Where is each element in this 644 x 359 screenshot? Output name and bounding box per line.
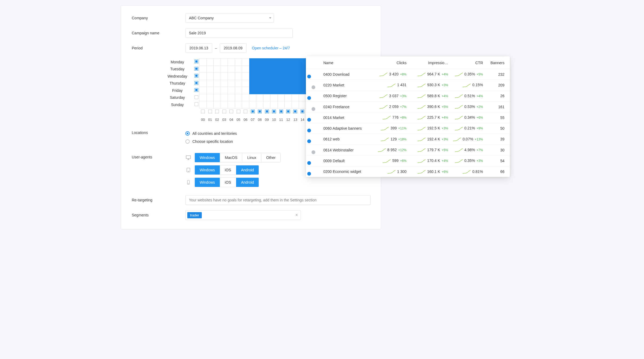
scheduler-cell[interactable]	[199, 87, 206, 94]
scheduler-cell[interactable]	[285, 101, 292, 108]
scheduler-cell[interactable]	[235, 59, 242, 66]
scheduler-day-checkbox[interactable]	[195, 95, 198, 99]
scheduler-cell[interactable]	[235, 66, 242, 73]
scheduler-cell[interactable]	[292, 73, 299, 80]
segments-input[interactable]: trader ×	[185, 210, 301, 220]
scheduler-cell[interactable]	[277, 73, 284, 80]
scheduler-hour-checkbox[interactable]	[258, 110, 262, 113]
scheduler-cell[interactable]	[263, 101, 270, 108]
scheduler-cell[interactable]	[206, 87, 213, 94]
row-name[interactable]: 0240 Freelance	[323, 105, 372, 109]
scheduler-cell[interactable]	[292, 80, 299, 87]
scheduler-cell[interactable]	[242, 73, 249, 80]
scheduler-hour-checkbox[interactable]	[301, 110, 304, 113]
period-from-input[interactable]	[185, 43, 212, 53]
scheduler-hour-checkbox[interactable]	[272, 110, 276, 113]
report-header-name[interactable]: Name	[323, 61, 372, 65]
scheduler-cell[interactable]	[221, 80, 228, 87]
scheduler-hour-checkbox[interactable]	[251, 110, 255, 113]
scheduler-cell[interactable]	[199, 59, 206, 66]
scheduler-cell[interactable]	[270, 87, 277, 94]
scheduler-cell[interactable]	[242, 101, 249, 108]
open-scheduler-link[interactable]: Open scheduler – 24/7	[252, 46, 290, 50]
scheduler-cell[interactable]	[214, 66, 221, 73]
scheduler-cell[interactable]	[299, 80, 306, 87]
scheduler-cell[interactable]	[242, 66, 249, 73]
company-select-input[interactable]	[185, 13, 274, 23]
scheduler-cell[interactable]	[270, 59, 277, 66]
scheduler-cell[interactable]	[256, 101, 263, 108]
scheduler-cell[interactable]	[235, 87, 242, 94]
scheduler-cell[interactable]	[214, 73, 221, 80]
scheduler-cell[interactable]	[270, 94, 277, 101]
scheduler-cell[interactable]	[221, 87, 228, 94]
scheduler-cell[interactable]	[206, 66, 213, 73]
scheduler-cell[interactable]	[221, 94, 228, 101]
scheduler-cell[interactable]	[249, 80, 256, 87]
row-name[interactable]: 0200 Economic widget	[323, 169, 372, 174]
scheduler-hour-checkbox[interactable]	[222, 110, 226, 113]
row-name[interactable]: 0014 Market	[323, 115, 372, 120]
scheduler-cell[interactable]	[242, 87, 249, 94]
ua-tablet-android-button[interactable]: Android	[236, 165, 259, 175]
scheduler-cell[interactable]	[256, 94, 263, 101]
scheduler-cell[interactable]	[235, 101, 242, 108]
scheduler-cell[interactable]	[228, 94, 235, 101]
scheduler-cell[interactable]	[228, 87, 235, 94]
scheduler-cell[interactable]	[249, 101, 256, 108]
scheduler-cell[interactable]	[214, 94, 221, 101]
segment-tag[interactable]: trader	[187, 212, 202, 218]
row-name[interactable]: 0009 Default	[323, 159, 372, 163]
scheduler-cell[interactable]	[263, 87, 270, 94]
scheduler-cell[interactable]	[263, 73, 270, 80]
scheduler-cell[interactable]	[206, 94, 213, 101]
scheduler-cell[interactable]	[299, 101, 306, 108]
scheduler-cell[interactable]	[214, 59, 221, 66]
ua-mobile-ios-button[interactable]: iOS	[220, 178, 236, 187]
scheduler-cell[interactable]	[228, 73, 235, 80]
report-header-ctr[interactable]: CTR	[448, 61, 483, 65]
scheduler-day-checkbox[interactable]	[195, 60, 198, 63]
scheduler-cell[interactable]	[299, 66, 306, 73]
scheduler-cell[interactable]	[242, 59, 249, 66]
company-select[interactable]	[185, 13, 274, 23]
scheduler-cell[interactable]	[235, 73, 242, 80]
scheduler-cell[interactable]	[277, 87, 284, 94]
scheduler-cell[interactable]	[214, 87, 221, 94]
scheduler-cell[interactable]	[270, 101, 277, 108]
period-to-input[interactable]	[220, 43, 247, 53]
retargeting-input[interactable]	[185, 195, 371, 205]
scheduler-cell[interactable]	[292, 87, 299, 94]
ua-desktop-other-button[interactable]: Other	[261, 153, 280, 162]
ua-tablet-windows-button[interactable]: Windows	[195, 165, 220, 175]
scheduler-hour-checkbox[interactable]	[293, 110, 297, 113]
scheduler-cell[interactable]	[221, 66, 228, 73]
ua-desktop-linux-button[interactable]: Linux	[242, 153, 261, 162]
scheduler-cell[interactable]	[263, 80, 270, 87]
scheduler-cell[interactable]	[256, 87, 263, 94]
ua-mobile-windows-button[interactable]: Windows	[195, 178, 220, 187]
scheduler-cell[interactable]	[299, 94, 306, 101]
scheduler-cell[interactable]	[249, 59, 256, 66]
ua-desktop-windows-button[interactable]: Windows	[195, 153, 220, 162]
scheduler-cell[interactable]	[292, 101, 299, 108]
scheduler-cell[interactable]	[285, 66, 292, 73]
scheduler-cell[interactable]	[249, 87, 256, 94]
scheduler-cell[interactable]	[221, 101, 228, 108]
scheduler-cell[interactable]	[235, 80, 242, 87]
scheduler-cell[interactable]	[221, 73, 228, 80]
row-name[interactable]: 0060 Adaptive banners	[323, 126, 372, 130]
scheduler-hour-checkbox[interactable]	[201, 110, 205, 113]
scheduler-cell[interactable]	[228, 59, 235, 66]
scheduler-cell[interactable]	[249, 66, 256, 73]
scheduler-hour-checkbox[interactable]	[208, 110, 212, 113]
scheduler-hour-checkbox[interactable]	[244, 110, 247, 113]
scheduler-cell[interactable]	[199, 94, 206, 101]
scheduler-cell[interactable]	[277, 66, 284, 73]
scheduler-cell[interactable]	[228, 101, 235, 108]
scheduler-day-checkbox[interactable]	[195, 88, 198, 92]
campaign-name-input[interactable]	[185, 28, 293, 38]
ua-mobile-android-button[interactable]: Android	[236, 178, 259, 187]
scheduler-cell[interactable]	[199, 80, 206, 87]
scheduler-cell[interactable]	[249, 73, 256, 80]
